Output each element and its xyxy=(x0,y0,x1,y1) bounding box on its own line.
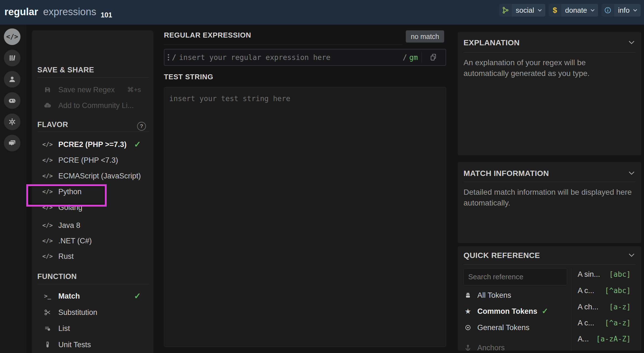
code-icon: </> xyxy=(43,141,52,148)
regex-open-delimiter: / xyxy=(172,53,176,62)
tokens-stack-icon xyxy=(464,292,472,299)
top-navbar: regular expressions 101 social $ donat xyxy=(0,0,644,25)
function-heading: FUNCTION xyxy=(37,272,77,281)
quick-reference-heading: QUICK REFERENCE xyxy=(464,251,540,260)
explanation-panel: EXPLANATION An explanation of your regex… xyxy=(458,32,641,155)
category-all-tokens[interactable]: All Tokens xyxy=(464,290,566,301)
collapse-chevron-icon[interactable] xyxy=(629,171,635,175)
left-sidebar: SAVE & SHARE Save new Regex ⌘+s xyxy=(32,30,153,353)
drag-handle-dots-icon xyxy=(168,54,169,60)
star-icon: ★ xyxy=(464,308,472,315)
app-logo[interactable]: regular expressions 101 xyxy=(4,6,112,18)
code-icon: </> xyxy=(43,173,52,179)
regex-input[interactable]: / insert your regular expression here / … xyxy=(164,49,446,66)
collapse-chevron-icon[interactable] xyxy=(629,41,635,44)
info-circle-icon xyxy=(601,4,614,17)
flavor-help-icon[interactable]: ? xyxy=(137,122,146,131)
donate-label: donate xyxy=(561,6,591,15)
rail-community-button[interactable] xyxy=(4,92,20,109)
explanation-heading: EXPLANATION xyxy=(464,38,520,47)
code-icon: </> xyxy=(43,204,52,211)
reference-entry[interactable]: A c... [^abc] xyxy=(578,285,631,296)
function-item-list[interactable]: List xyxy=(43,323,141,334)
check-icon: ✓ xyxy=(134,292,141,300)
divider xyxy=(37,77,149,78)
match-information-panel: MATCH INFORMATION Detailed match informa… xyxy=(458,162,641,243)
logo-part-regular: regular xyxy=(4,6,38,17)
logo-part-101: 101 xyxy=(101,11,112,19)
function-item-match[interactable]: >_ Match ✓ xyxy=(43,291,141,302)
divider xyxy=(464,264,636,265)
test-string-input[interactable] xyxy=(164,87,446,347)
add-to-community-item[interactable]: Add to Community Li... xyxy=(43,100,141,111)
function-item-substitution[interactable]: Substitution xyxy=(43,307,141,318)
flavor-item-pcre[interactable]: </> PCRE (PHP <7.3) xyxy=(43,155,141,166)
anchor-icon xyxy=(464,344,472,351)
flavor-item-ecmascript[interactable]: </> ECMAScript (JavaScript) xyxy=(43,170,141,181)
chevron-down-icon xyxy=(633,9,637,12)
add-to-community-label: Add to Community Li... xyxy=(58,101,134,110)
regex-placeholder: insert your regular expression here xyxy=(179,53,331,62)
code-icon: </> xyxy=(43,238,52,244)
divider xyxy=(571,268,571,351)
divider xyxy=(37,284,149,284)
flavor-item-golang[interactable]: </> Golang xyxy=(43,202,141,213)
rail-settings-button[interactable] xyxy=(4,114,20,130)
category-anchors[interactable]: Anchors xyxy=(464,342,566,351)
circle-dot-icon xyxy=(464,324,472,331)
test-string-heading: TEST STRING xyxy=(164,73,213,81)
user-icon xyxy=(8,75,16,83)
category-common-tokens[interactable]: ★ Common Tokens ✓ xyxy=(464,306,566,317)
info-menu-button[interactable]: info xyxy=(601,4,641,17)
list-gear-icon xyxy=(43,325,52,332)
regex-close-delimiter: / xyxy=(403,53,407,62)
chevron-down-icon xyxy=(590,9,595,12)
flavor-heading: FLAVOR xyxy=(37,120,68,129)
divider xyxy=(164,44,403,45)
flavor-item-python[interactable]: </> Python xyxy=(43,186,141,197)
rail-account-button[interactable] xyxy=(4,71,20,88)
regex-flags[interactable]: gm xyxy=(409,53,418,62)
cloud-upload-icon xyxy=(43,102,52,109)
function-item-unit-tests[interactable]: Unit Tests xyxy=(43,339,141,350)
donate-menu-button[interactable]: $ donate xyxy=(549,4,598,17)
code-icon: </> xyxy=(6,33,18,41)
divider xyxy=(422,52,422,63)
match-status-badge: no match xyxy=(406,30,444,43)
save-new-regex-item[interactable]: Save new Regex ⌘+s xyxy=(43,84,141,95)
reference-entry[interactable]: A sin... [abc] xyxy=(578,269,631,280)
flavor-item-dotnet[interactable]: </> .NET (C#) xyxy=(43,235,141,246)
collapse-chevron-icon[interactable] xyxy=(629,253,635,257)
save-shortcut: ⌘+s xyxy=(127,86,141,94)
rail-feedback-button[interactable] xyxy=(4,135,20,151)
rail-regex-editor-button[interactable]: </> xyxy=(4,28,20,45)
match-information-heading: MATCH INFORMATION xyxy=(464,169,549,178)
gamepad-icon xyxy=(8,96,16,105)
flavor-item-pcre2[interactable]: </> PCRE2 (PHP >=7.3) ✓ xyxy=(43,139,141,150)
chat-bubbles-icon xyxy=(8,139,16,147)
check-icon: ✓ xyxy=(542,307,548,315)
navbar-menus: social $ donate info xyxy=(499,4,641,17)
social-menu-button[interactable]: social xyxy=(499,4,545,17)
save-share-heading: SAVE & SHARE xyxy=(37,66,94,74)
category-general-tokens[interactable]: General Tokens xyxy=(464,322,566,333)
scissors-icon xyxy=(43,309,52,316)
info-label: info xyxy=(614,6,633,15)
code-icon: </> xyxy=(43,222,52,229)
reference-search-input[interactable] xyxy=(464,268,567,285)
flavor-item-rust[interactable]: </> Rust xyxy=(43,251,141,262)
code-icon: </> xyxy=(43,157,52,164)
reference-entry[interactable]: A ch... [a-z] xyxy=(578,301,631,312)
flavor-item-java8[interactable]: </> Java 8 xyxy=(43,220,141,231)
quick-reference-panel: QUICK REFERENCE All Tokens ★ Common Toke… xyxy=(458,246,641,351)
dollar-icon: $ xyxy=(549,4,561,17)
match-information-body: Detailed match information will be displ… xyxy=(464,187,640,208)
gear-icon xyxy=(8,118,16,126)
logo-part-expressions: expressions xyxy=(43,6,96,17)
rail-library-button[interactable] xyxy=(4,50,20,66)
copy-icon[interactable] xyxy=(427,52,439,63)
code-icon: </> xyxy=(43,188,52,195)
reference-entry[interactable]: A c... [^a-z] xyxy=(578,317,631,328)
reference-entry[interactable]: A... [a-zA-Z] xyxy=(578,333,631,344)
social-label: social xyxy=(512,6,537,15)
